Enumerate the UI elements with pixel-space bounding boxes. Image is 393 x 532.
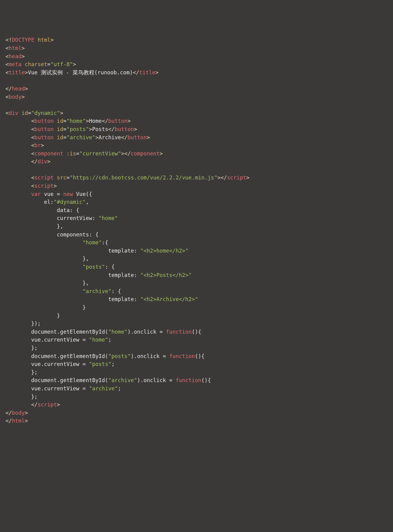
token-tag-bracket: < [31, 126, 34, 132]
code-line: }; [5, 393, 388, 401]
token-tag-bracket: < [31, 151, 34, 157]
token-str: "<h2>Archive</h2>" [140, 296, 198, 302]
token-text: vue.currentView = [31, 385, 89, 392]
token-str: "posts" [108, 353, 131, 359]
code-line: "posts": { [5, 263, 388, 271]
token-text [5, 77, 9, 83]
token-attr-eq: = [47, 61, 51, 67]
token-tag-bracket: </ [5, 86, 12, 92]
code-line: </head> [5, 85, 388, 93]
token-text: ; [112, 361, 115, 367]
code-line: currentView: "home" [5, 214, 388, 222]
token-tag-name: button [34, 126, 54, 132]
token-text: ; [118, 385, 121, 392]
token-tag-name: div [37, 158, 47, 165]
code-line: document.getElementById("home").onclick … [5, 328, 388, 336]
token-attr-name: id [22, 110, 28, 116]
token-attr-eq: = [63, 134, 67, 140]
token-text [54, 126, 57, 132]
token-tag-name: script [227, 175, 246, 181]
token-tag-bracket: < [31, 118, 34, 124]
code-line: </html> [5, 417, 388, 425]
token-tag-bracket: </ [108, 126, 115, 132]
token-tag-name: button [115, 126, 134, 132]
token-text: document.getElementById( [31, 377, 108, 383]
token-text [54, 175, 57, 181]
token-text: Home [89, 118, 102, 124]
token-tag-name: head [12, 86, 25, 92]
token-text: (){ [201, 377, 211, 383]
token-attr-eq: = [63, 126, 67, 132]
token-attr-eq: = [76, 151, 80, 157]
token-text [34, 37, 38, 43]
token-tag-bracket: </ [102, 118, 108, 124]
code-line: document.getElementById("archive").oncli… [5, 376, 388, 385]
token-tag-name: component [34, 151, 63, 157]
token-tag-bracket: > [51, 37, 54, 43]
code-line: vue.currentView = "archive"; [5, 385, 388, 393]
code-line: <button id="posts">Posts</button> [5, 125, 388, 133]
token-tag-bracket: > [60, 110, 63, 116]
code-line: document.getElementById("posts").onclick… [5, 352, 388, 360]
token-tag-bracket: > [89, 126, 92, 132]
token-text: vue.currentView = [31, 361, 89, 367]
token-text [63, 151, 67, 157]
token-tag-bracket: </ [124, 151, 131, 157]
code-line: }, [5, 279, 388, 287]
token-str: "archive" [83, 288, 112, 294]
token-text [54, 134, 57, 140]
token-tag-bracket: </ [121, 134, 127, 140]
token-tag-bracket: < [5, 61, 9, 67]
token-text: , [86, 199, 89, 205]
token-text: template: [108, 272, 140, 278]
code-line: template: "<h2>Archive</h2>" [5, 295, 388, 303]
token-text: el: [44, 199, 54, 205]
token-attr-eq: = [66, 175, 70, 181]
token-tag-bracket: > [25, 418, 28, 424]
token-text: (){ [195, 353, 205, 359]
token-attr-name: charset [25, 61, 47, 67]
code-line [5, 101, 388, 109]
code-line: <head> [5, 52, 388, 61]
token-text: } [83, 304, 86, 310]
token-attr-name: :is [66, 151, 76, 157]
code-line: components: { [5, 231, 388, 239]
code-line: <component :is="currentView"></component… [5, 150, 388, 158]
token-text: ; [108, 337, 112, 343]
code-line [5, 76, 388, 85]
token-tag-bracket: < [5, 53, 9, 59]
token-text [18, 110, 22, 116]
token-tag-bracket: < [31, 134, 34, 140]
token-tag-bracket: < [5, 69, 9, 76]
token-tag-bracket: > [54, 183, 57, 189]
code-line: <script> [5, 182, 388, 190]
token-tag-bracket: > [160, 151, 163, 157]
token-kw: function [169, 353, 195, 359]
token-attr-name: id [57, 118, 63, 124]
token-text: }; [31, 394, 37, 400]
token-tag-bracket: < [31, 175, 34, 181]
code-line: }; [5, 368, 388, 377]
token-tag-bracket: > [41, 142, 44, 148]
token-tag-bracket: > [95, 134, 99, 140]
token-tag-name: body [9, 94, 22, 100]
token-str: "home" [99, 215, 118, 221]
token-tag-name: script [34, 183, 54, 189]
token-text: data: { [57, 207, 80, 213]
token-text: ).onclick = [137, 377, 175, 383]
code-line: vue.currentView = "home"; [5, 336, 388, 344]
code-line: "archive": { [5, 287, 388, 296]
token-tag-bracket: > [127, 118, 131, 124]
code-line: }, [5, 222, 388, 231]
token-text: ).onclick = [127, 329, 166, 335]
token-kw: new [63, 191, 73, 197]
token-text: }; [31, 369, 37, 375]
token-str: "posts" [83, 264, 105, 270]
token-tag-bracket: > [25, 69, 28, 76]
token-kw: var [31, 191, 41, 197]
code-line: }); [5, 320, 388, 328]
token-text: } [57, 313, 60, 319]
token-tag-name: html [9, 45, 22, 51]
token-text [22, 61, 25, 67]
code-line: <button id="home">Home</button> [5, 117, 388, 125]
